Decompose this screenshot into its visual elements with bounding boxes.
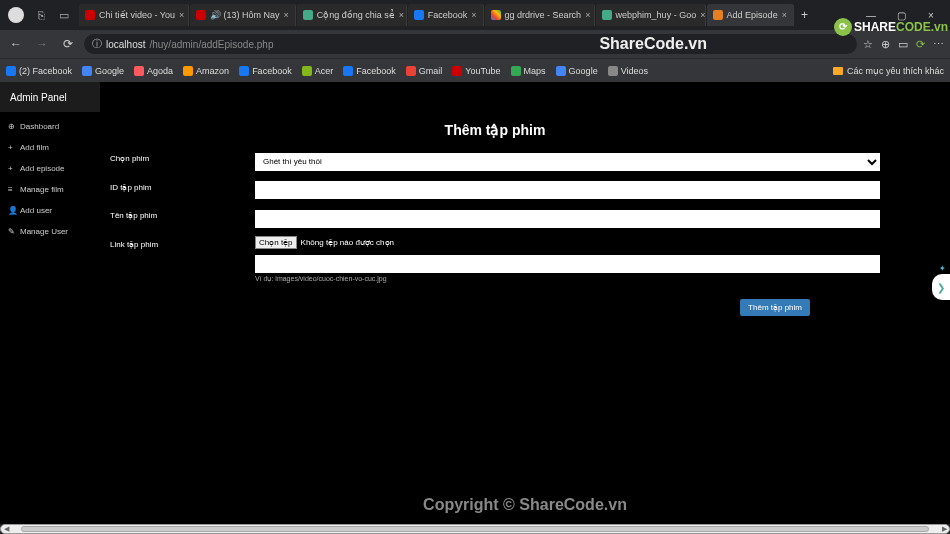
- tab-2[interactable]: 🔊 (13) Hôm Nay ×: [190, 4, 296, 26]
- youtube-icon: [196, 10, 206, 20]
- agoda-icon: [134, 66, 144, 76]
- url-input[interactable]: ⓘ localhost/huy/admin/addEpisode.php Sha…: [84, 34, 857, 54]
- tab-7-active[interactable]: Add Episode ×: [707, 4, 794, 26]
- dashboard-icon: ⊕: [8, 122, 16, 131]
- tab-label: Facebook: [428, 10, 468, 20]
- close-icon[interactable]: ×: [782, 10, 787, 20]
- sharecode-extension-icon[interactable]: ⟳: [916, 38, 925, 51]
- close-icon[interactable]: ×: [179, 10, 184, 20]
- url-path: /huy/admin/addEpisode.php: [149, 39, 273, 50]
- reload-button[interactable]: ⟳: [58, 37, 78, 51]
- bookmark-item[interactable]: Maps: [511, 66, 546, 76]
- form-row-episode-link: Link tập phim Chọn tệp Không tệp nào đượ…: [110, 236, 880, 284]
- google-icon: [556, 66, 566, 76]
- bookmark-item[interactable]: Acer: [302, 66, 334, 76]
- sidebar-item-manage-user[interactable]: ✎Manage User: [0, 221, 100, 242]
- bookmark-item[interactable]: Google: [82, 66, 124, 76]
- bookmark-item[interactable]: Agoda: [134, 66, 173, 76]
- scrollbar-thumb[interactable]: [21, 526, 929, 532]
- sidebar-item-add-film[interactable]: +Add film: [0, 137, 100, 158]
- episode-link-input[interactable]: [255, 255, 880, 273]
- back-button[interactable]: ←: [6, 37, 26, 51]
- bookmark-item[interactable]: Gmail: [406, 66, 443, 76]
- form-row-episode-name: Tên tập phim: [110, 207, 880, 228]
- user-icon: 👤: [8, 206, 16, 215]
- window-titlebar: ⎘ ▭ Chi tiết video - You × 🔊 (13) Hôm Na…: [0, 0, 950, 30]
- admin-panel-title: Admin Panel: [10, 92, 67, 103]
- tab-1[interactable]: Chi tiết video - You ×: [79, 4, 189, 26]
- select-film-dropdown[interactable]: Ghét thì yêu thôi: [255, 153, 880, 171]
- close-icon[interactable]: ×: [471, 10, 476, 20]
- tab-4[interactable]: Facebook ×: [408, 4, 484, 26]
- videos-icon: [608, 66, 618, 76]
- form-row-episode-id: ID tập phim: [110, 179, 880, 200]
- page-content: Admin Panel 👤 admin ▾ ⊕Dashboard +Add fi…: [0, 82, 950, 524]
- workspace-icon[interactable]: ⎘: [34, 9, 49, 21]
- page-heading: Thêm tập phim: [110, 122, 880, 138]
- sidebar-item-manage-film[interactable]: ≡Manage film: [0, 179, 100, 200]
- close-icon[interactable]: ×: [700, 10, 705, 20]
- tab-3[interactable]: Cộng đồng chia sẻ ×: [297, 4, 407, 26]
- label-episode-id: ID tập phim: [110, 179, 255, 192]
- episode-id-input[interactable]: [255, 181, 880, 199]
- link-hint-text: Ví dụ: images/video/cuoc-chien-vo-cuc.jp…: [255, 275, 880, 283]
- tab-label: Add Episode: [727, 10, 778, 20]
- tab-label: webphim_huy - Goo: [616, 10, 697, 20]
- sidebar-item-add-user[interactable]: 👤Add user: [0, 200, 100, 221]
- facebook-icon: [343, 66, 353, 76]
- extensions-icon[interactable]: ⊕: [881, 38, 890, 51]
- horizontal-scrollbar[interactable]: ◀ ▶: [0, 524, 950, 534]
- sidebar-toggle-icon[interactable]: ▭: [55, 9, 73, 22]
- facebook-icon: [414, 10, 424, 20]
- youtube-icon: [452, 66, 462, 76]
- bookmarks-overflow[interactable]: Các mục yêu thích khác: [833, 66, 944, 76]
- folder-icon: [833, 67, 843, 75]
- bookmark-item[interactable]: (2) Facebook: [6, 66, 72, 76]
- close-icon[interactable]: ×: [284, 10, 289, 20]
- bookmark-item[interactable]: Facebook: [343, 66, 396, 76]
- collections-icon[interactable]: ▭: [898, 38, 908, 51]
- form-row-select-film: Chọn phim Ghét thì yêu thôi: [110, 150, 880, 171]
- facebook-icon: [239, 66, 249, 76]
- assistant-tab[interactable]: ❯: [932, 274, 950, 300]
- new-tab-button[interactable]: +: [795, 8, 814, 22]
- tab-label: Chi tiết video - You: [99, 10, 175, 20]
- tab-6[interactable]: webphim_huy - Goo ×: [596, 4, 706, 26]
- bookmark-item[interactable]: Videos: [608, 66, 648, 76]
- gmail-icon: [406, 66, 416, 76]
- sidebar-item-add-episode[interactable]: +Add episode: [0, 158, 100, 179]
- watermark-text: ShareCode.vn: [599, 35, 707, 53]
- site-info-icon[interactable]: ⓘ: [92, 37, 102, 51]
- scroll-right-arrow-icon[interactable]: ▶: [939, 525, 949, 533]
- tab-label: Cộng đồng chia sẻ: [317, 10, 395, 20]
- site-icon: [303, 10, 313, 20]
- browser-addressbar: ← → ⟳ ⓘ localhost/huy/admin/addEpisode.p…: [0, 30, 950, 58]
- logo-badge-icon: ⟳: [834, 18, 852, 36]
- bookmark-item[interactable]: Facebook: [239, 66, 292, 76]
- bookmark-item[interactable]: Google: [556, 66, 598, 76]
- close-icon[interactable]: ×: [399, 10, 404, 20]
- bookmark-item[interactable]: YouTube: [452, 66, 500, 76]
- menu-icon[interactable]: ⋯: [933, 38, 944, 51]
- submit-add-episode-button[interactable]: Thêm tập phim: [740, 299, 810, 316]
- scroll-left-arrow-icon[interactable]: ◀: [1, 525, 11, 533]
- episode-name-input[interactable]: [255, 210, 880, 228]
- forward-button[interactable]: →: [32, 37, 52, 51]
- profile-avatar[interactable]: [8, 7, 24, 23]
- close-icon[interactable]: ×: [585, 10, 590, 20]
- youtube-icon: [85, 10, 95, 20]
- drive-icon: [602, 10, 612, 20]
- edit-icon: ✎: [8, 227, 16, 236]
- amazon-icon: [183, 66, 193, 76]
- favorite-icon[interactable]: ☆: [863, 38, 873, 51]
- google-icon: [82, 66, 92, 76]
- acer-icon: [302, 66, 312, 76]
- sidebar-item-dashboard[interactable]: ⊕Dashboard: [0, 116, 100, 137]
- bookmarks-bar: (2) Facebook Google Agoda Amazon Faceboo…: [0, 58, 950, 82]
- bookmark-item[interactable]: Amazon: [183, 66, 229, 76]
- tab-label: 🔊 (13) Hôm Nay: [210, 10, 280, 20]
- choose-file-button[interactable]: Chọn tệp: [255, 236, 297, 249]
- tab-5[interactable]: gg drdrive - Search ×: [485, 4, 595, 26]
- url-host: localhost: [106, 39, 145, 50]
- browser-tabs: Chi tiết video - You × 🔊 (13) Hôm Nay × …: [79, 4, 814, 26]
